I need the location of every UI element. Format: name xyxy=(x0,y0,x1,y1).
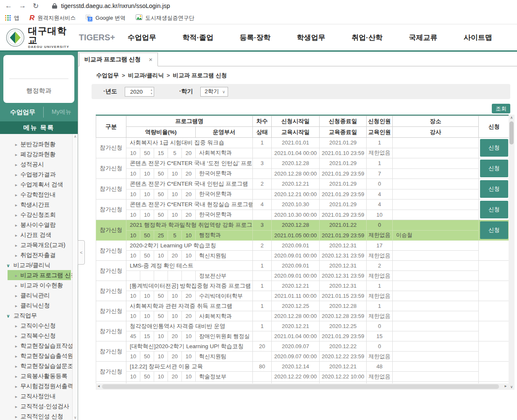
sidebar-item[interactable]: ▶수강신청조회 xyxy=(0,210,78,220)
ratio-cell: 10 xyxy=(126,148,140,158)
scroll-up-icon[interactable]: ∧ xyxy=(509,116,514,120)
divider xyxy=(43,107,44,118)
sidebar-item[interactable]: ▶클리닉관리 xyxy=(0,290,78,300)
nav-item[interactable]: 학생업무 xyxy=(297,33,325,42)
applicants-cell: 2 xyxy=(367,261,393,271)
sidebar-item-label: 학교현장실습출석원 xyxy=(20,352,73,359)
university-logo[interactable]: 대구대학교 DAEGU UNIVERSITY TIGERS+ xyxy=(6,26,115,49)
apply-cell xyxy=(479,362,509,382)
apply-start-cell: 2020.12.28 xyxy=(272,220,320,231)
sidebar-item[interactable]: ▶학교현장실습표작성 xyxy=(0,341,78,351)
sidebar-item[interactable]: ▶비교과 프로그램 신청 xyxy=(8,270,71,280)
scroll-up-icon[interactable]: ∧ xyxy=(73,134,78,139)
apply-button[interactable]: 신청 xyxy=(480,180,508,198)
round-cell: 1 xyxy=(253,138,272,148)
close-icon[interactable]: × xyxy=(149,56,152,63)
sidebar-item[interactable]: ▶시간표 검색 xyxy=(0,230,78,240)
table-row: 105015520사회복지학과2021.01.04 00:002021.01.1… xyxy=(96,148,509,158)
vertical-scrollbar[interactable]: ∧ ∨ xyxy=(509,115,514,390)
scroll-down-icon[interactable]: ∨ xyxy=(73,415,78,420)
sidebar-scrollbar[interactable]: ∧ ∨ xyxy=(72,134,78,420)
horizontal-scrollbar[interactable]: ◄ ► xyxy=(96,383,509,390)
apply-end-cell: 2021.01.29 xyxy=(320,158,367,169)
breadcrumb-part[interactable]: 비교과/클리닉 xyxy=(128,72,164,79)
bookmark-item[interactable]: G文Google 번역 xyxy=(86,14,126,22)
scrollbar-thumb[interactable] xyxy=(102,384,499,389)
tab-program-apply[interactable]: 비교과 프로그램 신청 × xyxy=(79,52,158,66)
sidebar-item[interactable]: ▶수강학점안내 xyxy=(0,189,78,200)
browser-reload-icon[interactable]: ↻ xyxy=(33,2,39,10)
spin-up-icon[interactable]: ▲ xyxy=(150,88,153,92)
sidebar-group[interactable]: ∨교직업무 xyxy=(0,310,78,320)
sidebar-item[interactable]: ▶성적공시 xyxy=(0,159,78,169)
category-cell: 참가신청 xyxy=(96,241,126,261)
sidebar-item[interactable]: ▶교직적성·인성검사 xyxy=(0,401,78,411)
sidebar-item[interactable]: ▶교직복수신청 xyxy=(0,331,78,341)
nav-item[interactable]: 국제교류 xyxy=(409,33,437,42)
nav-item[interactable]: 등록·장학 xyxy=(240,33,271,42)
apply-button[interactable]: 신청 xyxy=(480,139,508,157)
instructor-cell xyxy=(393,189,479,200)
program-table: 구분프로그램명차수신청시작일신청종료일신청인원장소신청역량비율(%)운영부서상태… xyxy=(96,116,509,383)
bookmark-item[interactable]: 앱 xyxy=(5,14,19,22)
tab-course-work[interactable]: 수업업무 xyxy=(10,108,35,116)
triangle-right-icon: ▶ xyxy=(15,395,17,398)
apply-button[interactable]: 신청 xyxy=(480,221,508,239)
nav-item[interactable]: 사이트맵 xyxy=(464,33,492,42)
apply-button[interactable]: 신청 xyxy=(480,160,508,177)
semester-select[interactable]: 2학기 ∨ xyxy=(200,87,228,97)
search-button[interactable]: 조회 xyxy=(492,104,510,113)
sidebar-item[interactable]: ▶학교현장실습설문조사 xyxy=(0,361,78,371)
sidebar-item-label: 학교현장실습설문조사 xyxy=(20,362,78,369)
sidebar-item[interactable]: ▶비교과 이수현황 xyxy=(0,280,78,290)
browser-forward-icon[interactable]: → xyxy=(19,2,26,10)
ratio-cell: 5 xyxy=(168,148,182,158)
capacity-cell: 10 xyxy=(367,210,393,220)
dept-cell: 행정학과 xyxy=(196,230,253,241)
table-row: 참가신청2021 행정학과 학과밀착형 취업역량 강화 프로그램32020.12… xyxy=(96,220,509,231)
breadcrumb-part[interactable]: 비교과 프로그램 신청 xyxy=(173,72,227,79)
edu-end-cell: 2021.01.29 23:59 xyxy=(320,331,367,341)
sidebar-item[interactable]: ▶학생시간표 xyxy=(0,200,78,210)
sidebar-group[interactable]: ∨비교과/클리닉 xyxy=(0,260,78,270)
sidebar-item[interactable]: ▶폐강강좌현황 xyxy=(0,149,78,159)
table-row: 1010501020수리빅데이터학부2021.01.11 00:002021.0… xyxy=(96,291,509,301)
scroll-right-icon[interactable]: ► xyxy=(504,384,507,388)
scroll-left-icon[interactable]: ◄ xyxy=(97,384,100,388)
sidebar-item[interactable]: ▶수업평가결과 xyxy=(0,169,78,179)
sidebar-collapse-button[interactable]: < xyxy=(78,240,85,265)
nav-item[interactable]: 취업·산학 xyxy=(352,33,383,42)
year-input[interactable] xyxy=(125,87,154,96)
sidebar-item[interactable]: ▶클리닉신청 xyxy=(0,300,78,310)
sidebar-item[interactable]: ▶학교현장실습출석원 xyxy=(0,351,78,361)
round-cell: 1 xyxy=(253,261,272,271)
breadcrumb-part[interactable]: 수업업무 xyxy=(96,72,119,79)
address-bar[interactable]: tigersstd.daegu.ac.kr/nxrun/ssoLogin.jsp xyxy=(52,3,170,9)
sidebar-item-label: 폐강강좌현황 xyxy=(20,151,55,158)
sidebar-item[interactable]: ▶교과목개요(교과) xyxy=(0,240,78,250)
sidebar-item[interactable]: ▶교직사정안내 xyxy=(0,391,78,401)
sidebar-item[interactable]: ▶교육봉사활동등록 xyxy=(0,371,78,381)
apply-button[interactable]: 신청 xyxy=(480,201,508,218)
sidebar-item[interactable]: ▶취업전자출결 xyxy=(0,250,78,260)
spin-down-icon[interactable]: ▼ xyxy=(150,92,153,95)
triangle-right-icon: ▶ xyxy=(15,224,17,227)
scroll-down-icon[interactable]: ∨ xyxy=(509,385,514,389)
place-cell xyxy=(393,301,479,311)
nav-item[interactable]: 학적·졸업 xyxy=(182,33,213,42)
ratio-cell: 10 xyxy=(140,168,154,179)
bookmark-item[interactable]: R원격지원서비스 xyxy=(29,14,76,22)
category-cell: 참가신청 xyxy=(96,301,126,321)
sidebar-item[interactable]: ▶분반강좌현황 xyxy=(0,139,78,149)
apply-end-cell: 2021.01.22 xyxy=(320,220,367,231)
browser-back-icon[interactable]: ← xyxy=(5,2,12,10)
sidebar-item[interactable]: ▶교직적인성 신청 xyxy=(0,411,78,420)
scrollbar-thumb[interactable] xyxy=(509,121,514,144)
nav-item[interactable]: 수업업무 xyxy=(128,33,156,42)
sidebar-item[interactable]: ▶교직이수신청 xyxy=(0,320,78,331)
bookmark-item[interactable]: 도시재생실증연구단 xyxy=(136,14,194,22)
sidebar-item[interactable]: ▶무시험검정원서출력 xyxy=(0,381,78,391)
sidebar-item[interactable]: ▶봉사이수열람 xyxy=(0,220,78,230)
sidebar-item[interactable]: ▶수업계획서 검색 xyxy=(0,179,78,189)
tab-my-menu[interactable]: My메뉴 xyxy=(52,108,71,116)
